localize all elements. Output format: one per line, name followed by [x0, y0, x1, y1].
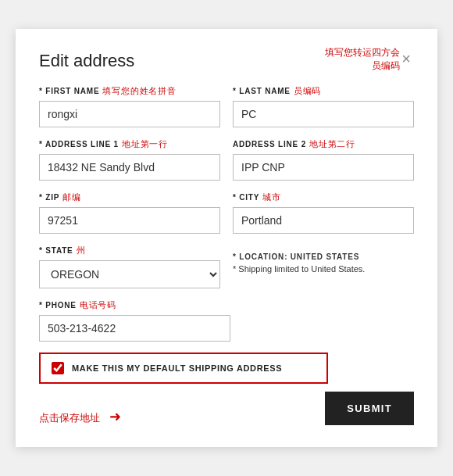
phone-group: * PHONE 电话号码 — [39, 299, 230, 342]
address1-label: * ADDRESS LINE 1 地址第一行 — [39, 138, 220, 150]
address2-group: ADDRESS LINE 2 地址第二行 — [233, 138, 414, 181]
city-input[interactable] — [233, 207, 414, 234]
first-name-group: * FIRST NAME 填写您的姓名拼音 — [39, 85, 220, 127]
last-name-label: * LAST NAME 员编码 — [233, 85, 414, 97]
arrow-icon: ➜ — [109, 409, 121, 424]
default-address-checkbox[interactable] — [52, 362, 64, 374]
default-address-label[interactable]: MAKE THIS MY DEFAULT SHIPPING ADDRESS — [72, 363, 282, 373]
first-name-label: * FIRST NAME 填写您的姓名拼音 — [39, 85, 220, 97]
zip-input[interactable] — [39, 207, 220, 234]
last-name-input[interactable] — [233, 101, 414, 127]
city-group: * CITY 城市 — [233, 191, 414, 234]
state-label: * STATE 州 — [39, 245, 220, 256]
bottom-section: 点击保存地址 ➜ SUBMIT — [39, 392, 414, 425]
phone-label: * PHONE 电话号码 — [39, 299, 230, 311]
city-label: * CITY 城市 — [233, 191, 414, 203]
zip-group: * ZIP 邮编 — [39, 191, 220, 234]
edit-address-dialog: Edit address × 填写您转运四方会 员编码 * FIRST NAME… — [16, 29, 437, 447]
zip-city-row: * ZIP 邮编 * CITY 城市 — [39, 191, 414, 234]
phone-input[interactable] — [39, 315, 230, 342]
dialog-title: Edit address — [39, 51, 134, 71]
zip-label: * ZIP 邮编 — [39, 191, 220, 203]
address2-input[interactable] — [233, 154, 414, 181]
phone-row: * PHONE 电话号码 — [39, 299, 414, 342]
name-row: * FIRST NAME 填写您的姓名拼音 * LAST NAME 员编码 — [39, 85, 414, 127]
last-name-group: * LAST NAME 员编码 — [233, 85, 414, 127]
address2-label: ADDRESS LINE 2 地址第二行 — [233, 138, 414, 150]
state-group: * STATE 州 OREGON CALIFORNIA WASHINGTON N… — [39, 245, 220, 288]
location-note: * LOCATION: UNITED STATES * Shipping lim… — [233, 245, 414, 276]
address-row: * ADDRESS LINE 1 地址第一行 ADDRESS LINE 2 地址… — [39, 138, 414, 181]
submit-button[interactable]: SUBMIT — [325, 392, 414, 425]
annotation-area: 点击保存地址 ➜ — [39, 402, 121, 425]
address1-input[interactable] — [39, 154, 220, 181]
location-group: * LOCATION: UNITED STATES * Shipping lim… — [233, 245, 414, 288]
state-select[interactable]: OREGON CALIFORNIA WASHINGTON NEW YORK — [39, 260, 220, 288]
state-location-row: * STATE 州 OREGON CALIFORNIA WASHINGTON N… — [39, 245, 414, 288]
hint-top-right: 填写您转运四方会 员编码 — [325, 46, 400, 73]
default-address-box[interactable]: MAKE THIS MY DEFAULT SHIPPING ADDRESS — [39, 353, 328, 384]
close-button[interactable]: × — [398, 51, 414, 66]
first-name-input[interactable] — [39, 101, 220, 127]
zh-save-hint: 点击保存地址 ➜ — [39, 408, 121, 425]
address1-group: * ADDRESS LINE 1 地址第一行 — [39, 138, 220, 181]
default-address-row: MAKE THIS MY DEFAULT SHIPPING ADDRESS — [39, 353, 414, 384]
